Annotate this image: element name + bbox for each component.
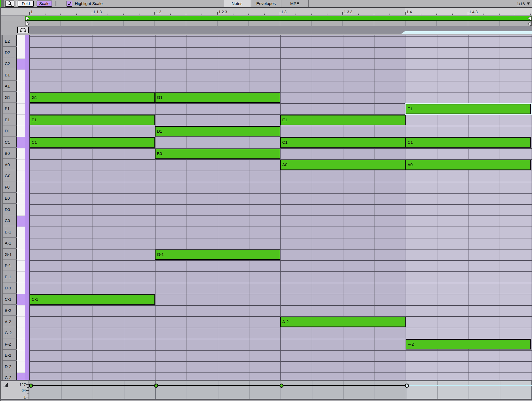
row-label-D2: D2 [3, 47, 17, 58]
midi-note-C1[interactable]: C1 [280, 137, 406, 148]
toolbar-separator [56, 1, 56, 6]
editor-tabs: NotesEnvelopesMPE [223, 0, 309, 7]
tab-envelopes[interactable]: Envelopes [251, 0, 281, 7]
ruler-minor-tick [29, 14, 30, 15]
midi-note-A0[interactable]: A0 [406, 160, 531, 170]
marker-row-gridline [248, 21, 249, 26]
velocity-gridline [312, 381, 312, 399]
ruler-label: 1.2.3 [218, 10, 227, 14]
velocity-axis-tick [26, 390, 29, 391]
velocity-lane-icon[interactable] [4, 383, 8, 387]
search-icon [7, 1, 12, 6]
ruler-minor-tick [154, 14, 155, 15]
velocity-gridline [93, 381, 93, 399]
row-label-F-2: F-2 [3, 339, 17, 350]
row-label-G0: G0 [3, 171, 17, 182]
midi-note-D1[interactable]: D1 [155, 126, 280, 137]
velocity-axis-minor-tick [27, 394, 29, 394]
velocity-gridline [124, 381, 124, 399]
row-label-A0: A0 [3, 160, 17, 170]
midi-note-C-1[interactable]: C-1 [30, 294, 155, 305]
start-end-marker-row [0, 21, 532, 26]
ruler-minor-tick [499, 14, 500, 15]
row-divider [30, 81, 532, 81]
velocity-axis-label: 127 [11, 382, 26, 387]
row-label-A-2: A-2 [3, 317, 17, 327]
midi-note-F1[interactable]: F1 [406, 104, 531, 114]
scale-highlight-strip [25, 35, 29, 380]
velocity-gridline [437, 381, 438, 399]
marker-row-gridline [217, 21, 218, 26]
midi-note-E1[interactable]: E1 [280, 115, 406, 125]
midi-note-A-2[interactable]: A-2 [280, 317, 406, 327]
highlight-scale-checkbox[interactable] [67, 1, 72, 7]
ruler-minor-tick [76, 14, 77, 15]
row-divider [30, 58, 532, 59]
loop-start-marker[interactable] [26, 16, 30, 21]
marker-row-gridline [342, 21, 343, 26]
row-label-F-1: F-1 [3, 261, 17, 271]
row-divider [30, 36, 532, 37]
row-label-E2: E2 [3, 36, 17, 47]
row-label-G-1: G-1 [3, 249, 17, 260]
scale-button[interactable]: Scale [37, 1, 52, 7]
row-label-A-1: A-1 [3, 238, 17, 249]
clip-end-marker[interactable] [528, 21, 532, 26]
scrub-area[interactable] [29, 26, 532, 34]
ruler-minor-tick [45, 14, 45, 15]
midi-note-F-2[interactable]: F-2 [406, 339, 531, 349]
loop-bar[interactable] [25, 16, 532, 21]
row-label-D-1: D-1 [3, 283, 17, 294]
row-label-B-1: B-1 [3, 227, 17, 238]
ruler-minor-tick [436, 14, 437, 15]
scrub-selection-highlight [401, 31, 532, 34]
ruler-minor-tick [483, 14, 484, 15]
velocity-gridline [500, 381, 500, 399]
grid-division-select[interactable]: 1/16 [507, 0, 530, 7]
search-button[interactable] [5, 1, 14, 7]
velocity-marker[interactable] [279, 384, 284, 388]
row-divider [30, 249, 532, 250]
tab-mpe[interactable]: MPE [281, 0, 309, 7]
ruler-minor-tick [264, 14, 265, 15]
marker-row-gridline [60, 21, 61, 26]
scrub-area-row [0, 26, 532, 35]
midi-note-B0[interactable]: B0 [155, 149, 280, 159]
marker-row-gridline [154, 21, 155, 26]
row-divider [30, 361, 532, 362]
velocity-axis-tick [26, 397, 29, 397]
velocity-marker[interactable] [405, 384, 409, 388]
fold-button[interactable]: Fold [18, 1, 34, 7]
ruler-minor-tick [342, 14, 343, 15]
midi-note-E1[interactable]: E1 [30, 115, 155, 125]
window-left-edge [0, 7, 1, 401]
tab-notes[interactable]: Notes [223, 0, 251, 7]
ruler-minor-tick [217, 14, 218, 15]
velocity-marker[interactable] [154, 384, 158, 388]
midi-note-G1[interactable]: G1 [30, 92, 155, 103]
row-divider [30, 271, 532, 272]
midi-note-G-1[interactable]: G-1 [155, 250, 280, 260]
marker-row-gridline [374, 21, 374, 26]
midi-note-C1[interactable]: C1 [406, 137, 531, 148]
toolbar: Fold Scale Highlight Scale NotesEnvelope… [0, 0, 532, 8]
beat-time-ruler[interactable]: 11.1.31.21.2.31.31.3.31.41.4.3 [0, 8, 532, 16]
ruler-minor-tick [123, 14, 124, 15]
velocity-line-selected [407, 385, 532, 386]
midi-note-A0[interactable]: A0 [280, 160, 406, 170]
clip-start-marker[interactable] [26, 21, 30, 26]
piano-roll-grid-area: E2D2C2B1A1G1F1E1D1C1B0A0G0F0E0D0C0B-1A-1… [0, 35, 532, 380]
note-grid[interactable]: G1E1C1C-1G1D1B0G-1E1C1A0A-2F1C1A0F-2 [29, 35, 532, 380]
midi-note-C1[interactable]: C1 [30, 137, 155, 148]
velocity-marker[interactable] [29, 384, 33, 388]
row-label-G-2: G-2 [3, 328, 17, 339]
row-label-C-1: C-1 [3, 294, 17, 305]
marker-row-gridline [92, 21, 92, 26]
ruler-minor-tick [139, 14, 139, 15]
midi-note-G1[interactable]: G1 [155, 92, 280, 103]
preview-button[interactable] [17, 27, 29, 33]
loop-end-marker[interactable] [528, 16, 532, 21]
ruler-label: 1.4.3 [469, 10, 478, 14]
ruler-minor-tick [92, 14, 92, 15]
ruler-label: 1.4 [406, 10, 412, 14]
